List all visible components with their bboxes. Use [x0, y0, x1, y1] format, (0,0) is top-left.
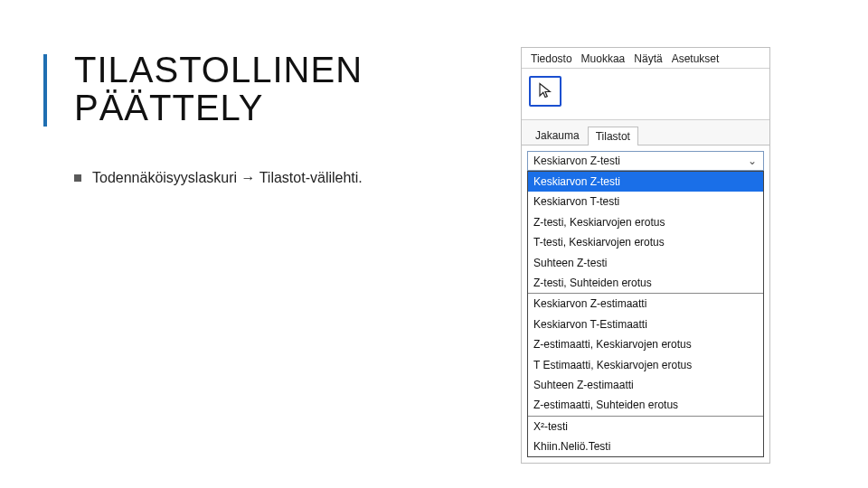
bullet-text: Todennäköisyyslaskuri → Tilastot-välileh… — [92, 170, 363, 186]
title-line-1: TILASTOLLINEN — [74, 51, 363, 89]
dropdown-list: Keskiarvon Z-testi Keskiarvon T-testi Z-… — [527, 171, 764, 457]
list-item[interactable]: Keskiarvon T-Estimaatti — [528, 314, 763, 334]
list-item[interactable]: Z-estimaatti, Suhteiden erotus — [528, 395, 763, 415]
menu-view[interactable]: Näytä — [630, 52, 665, 66]
cursor-icon — [537, 82, 553, 101]
chevron-down-icon: ⌄ — [745, 155, 760, 167]
toolbar — [522, 69, 769, 120]
list-item[interactable]: T-testi, Keskiarvojen erotus — [528, 232, 763, 252]
list-item[interactable]: Keskiarvon Z-testi — [528, 172, 763, 192]
menu-bar: Tiedosto Muokkaa Näytä Asetukset — [522, 48, 769, 69]
menu-edit[interactable]: Muokkaa — [578, 52, 629, 66]
title-line-2: PÄÄTTELY — [74, 89, 363, 127]
cursor-tool-button[interactable] — [529, 76, 561, 107]
list-item[interactable]: Z-testi, Keskiarvojen erotus — [528, 212, 763, 232]
tab-tilastot[interactable]: Tilastot — [588, 127, 638, 145]
bullet-row: Todennäköisyyslaskuri → Tilastot-välileh… — [74, 170, 363, 186]
list-item[interactable]: Suhteen Z-estimaatti — [528, 375, 763, 395]
page-title: TILASTOLLINEN PÄÄTTELY — [74, 51, 363, 127]
app-window: Tiedosto Muokkaa Näytä Asetukset Jakauma… — [521, 47, 770, 464]
menu-settings[interactable]: Asetukset — [668, 52, 723, 66]
tab-bar: Jakauma Tilastot — [522, 120, 769, 145]
list-item[interactable]: Khiin.Neliö.Testi — [528, 436, 763, 456]
stat-type-dropdown[interactable]: Keskiarvon Z-testi ⌄ — [527, 151, 764, 171]
tab-jakauma[interactable]: Jakauma — [527, 126, 588, 145]
dropdown-wrapper: Keskiarvon Z-testi ⌄ — [522, 145, 769, 171]
slide: TILASTOLLINEN PÄÄTTELY Todennäköisyyslas… — [0, 0, 868, 488]
list-item[interactable]: Z-estimaatti, Keskiarvojen erotus — [528, 334, 763, 354]
bullet-icon — [74, 174, 81, 182]
list-item[interactable]: Z-testi, Suhteiden erotus — [528, 273, 763, 293]
list-item[interactable]: X²-testi — [528, 417, 763, 436]
list-item[interactable]: Keskiarvon Z-estimaatti — [528, 294, 763, 314]
list-item[interactable]: Keskiarvon T-testi — [528, 192, 763, 211]
menu-file[interactable]: Tiedosto — [527, 52, 576, 66]
list-item[interactable]: Suhteen Z-testi — [528, 253, 763, 273]
title-accent-bar — [43, 54, 47, 127]
list-item[interactable]: T Estimaatti, Keskiarvojen erotus — [528, 355, 763, 375]
dropdown-selected-text: Keskiarvon Z-testi — [533, 155, 620, 167]
